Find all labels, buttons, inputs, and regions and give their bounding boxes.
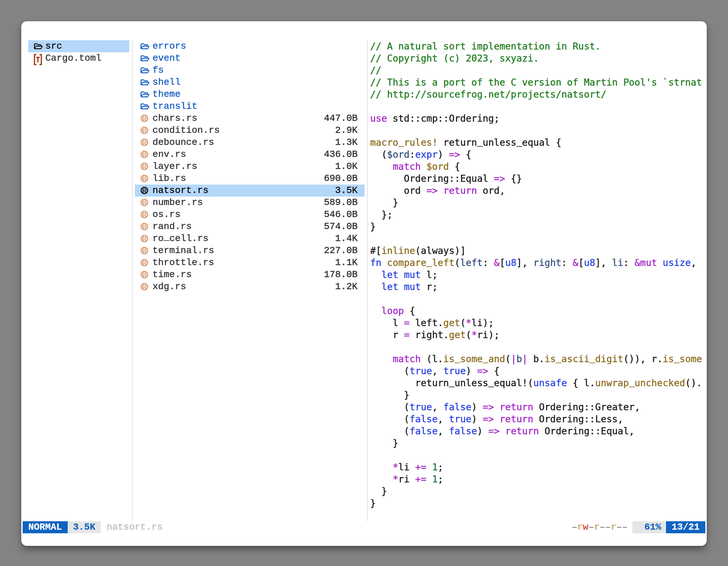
svg-text:R: R (142, 164, 147, 170)
svg-text:R: R (142, 116, 147, 122)
svg-text:R: R (142, 284, 147, 290)
svg-text:R: R (142, 224, 147, 230)
svg-text:R: R (142, 128, 147, 134)
svg-text:R: R (142, 236, 147, 242)
svg-text:R: R (142, 212, 147, 218)
svg-text:R: R (142, 188, 147, 194)
svg-text:R: R (142, 248, 147, 254)
svg-text:R: R (142, 260, 147, 266)
svg-text:R: R (142, 152, 147, 158)
svg-text:R: R (142, 200, 147, 206)
svg-text:R: R (142, 176, 147, 182)
svg-text:R: R (142, 140, 147, 146)
svg-text:R: R (142, 272, 147, 278)
